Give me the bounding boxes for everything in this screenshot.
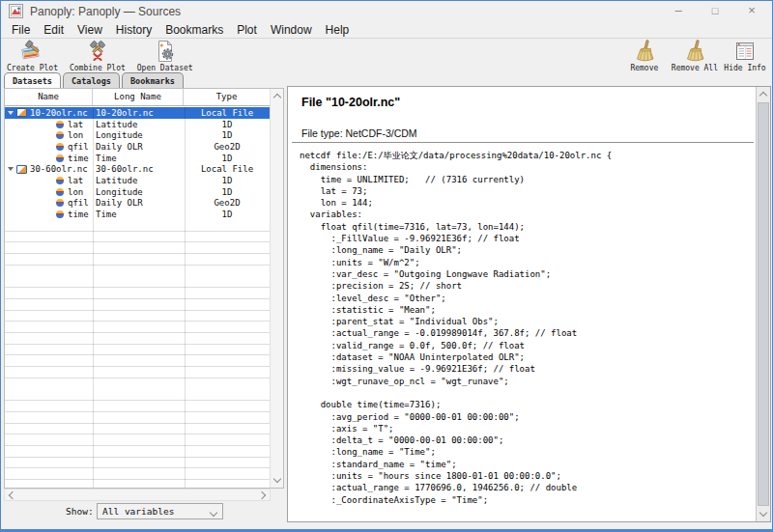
row-type: Geo2D <box>185 142 270 152</box>
hide-info-button[interactable]: Hide Info <box>722 40 768 72</box>
tab-datasets[interactable]: Datasets <box>4 72 61 89</box>
row-name-cell: time <box>5 210 93 219</box>
row-long-name: 10-20olr.nc <box>93 108 185 118</box>
scroll-down-icon[interactable] <box>271 472 283 486</box>
menu-window[interactable]: Window <box>264 23 319 37</box>
expand-triangle-icon[interactable] <box>8 167 14 171</box>
scroll-left-icon[interactable] <box>7 490 18 500</box>
row-name-cell: 10-20olr.nc <box>5 108 93 118</box>
row-name: 30-60olr.nc <box>30 164 88 174</box>
dataset-table-panel: Name Long Name Type 10-20olr.nc10-20olr.… <box>4 88 284 489</box>
window-controls: – □ × <box>660 1 770 22</box>
menu-edit[interactable]: Edit <box>37 23 71 37</box>
row-name: qfil <box>68 142 89 152</box>
toolbar-label: Create Plot <box>7 64 58 72</box>
variable-icon <box>56 131 64 139</box>
scroll-up-icon[interactable] <box>271 91 283 104</box>
toolbar-label: Hide Info <box>724 64 765 72</box>
minimize-button[interactable]: – <box>660 1 697 22</box>
row-name-cell: time <box>5 154 93 163</box>
menu-view[interactable]: View <box>71 23 109 37</box>
show-variables-dropdown[interactable]: All variables <box>97 503 223 519</box>
scrollbar-thumb[interactable] <box>758 102 769 506</box>
create-plot-button[interactable]: Create Plot <box>7 40 58 72</box>
variable-icon <box>56 188 64 196</box>
table-row[interactable]: 30-60olr.nc30-60olr.ncLocal File <box>5 163 270 175</box>
menu-bookmarks[interactable]: Bookmarks <box>158 23 230 37</box>
toolbar-label: Remove <box>630 64 658 72</box>
row-type: 1D <box>185 154 270 163</box>
table-row[interactable]: 10-20olr.nc10-20olr.ncLocal File <box>5 107 270 119</box>
table-row[interactable]: latLatitude1D <box>5 119 270 130</box>
variable-icon <box>56 143 64 151</box>
combine-plot-icon <box>86 40 109 63</box>
menu-plot[interactable]: Plot <box>230 23 264 37</box>
table-row[interactable]: latLatitude1D <box>5 175 270 186</box>
remove-all-icon <box>683 40 706 63</box>
dataset-file-icon <box>16 165 27 174</box>
row-type: 1D <box>185 130 270 140</box>
table-row[interactable]: timeTime1D <box>5 209 270 220</box>
open-dataset-icon <box>154 40 177 63</box>
table-row[interactable]: qfilDaily OLRGeo2D <box>5 198 270 210</box>
column-header-type[interactable]: Type <box>184 89 270 105</box>
row-long-name: Latitude <box>93 120 185 129</box>
open-dataset-button[interactable]: Open Dataset <box>137 40 193 72</box>
row-name-cell: qfil <box>5 142 93 152</box>
table-row[interactable]: qfilDaily OLRGeo2D <box>5 141 270 153</box>
variable-icon <box>56 154 64 162</box>
remove-all-button[interactable]: Remove All <box>672 40 718 72</box>
hide-info-icon <box>733 40 757 63</box>
row-long-name: 30-60olr.nc <box>93 164 185 174</box>
column-header-long-name[interactable]: Long Name <box>93 89 184 105</box>
panoply-window: Panoply: Panoply — Sources – □ × File Ed… <box>0 0 773 532</box>
row-long-name: Time <box>93 154 185 163</box>
show-filter-row: Show: All variables <box>4 502 284 521</box>
remove-icon <box>633 40 656 63</box>
row-type: Local File <box>185 164 270 174</box>
scroll-up-icon[interactable] <box>757 89 770 102</box>
row-name: time <box>68 154 89 163</box>
row-name-cell: lon <box>5 130 93 140</box>
table-vertical-scrollbar[interactable] <box>270 89 283 488</box>
table-horizontal-scrollbar[interactable] <box>4 489 271 501</box>
remove-button[interactable]: Remove <box>621 40 668 72</box>
titlebar[interactable]: Panoply: Panoply — Sources – □ × <box>1 1 772 22</box>
scroll-down-icon[interactable] <box>757 506 770 519</box>
combine-plot-button[interactable]: Combine Plot <box>70 40 126 72</box>
table-row[interactable]: lonLongitude1D <box>5 186 270 198</box>
scroll-right-icon[interactable] <box>256 490 268 500</box>
variable-icon <box>56 210 64 218</box>
row-type: 1D <box>185 120 270 129</box>
tab-catalogs[interactable]: Catalogs <box>63 72 120 89</box>
variable-icon <box>56 199 64 207</box>
show-variables-value: All variables <box>102 506 174 517</box>
maximize-button[interactable]: □ <box>697 1 733 22</box>
chevron-down-icon <box>210 509 217 517</box>
row-name: lon <box>68 130 83 140</box>
row-name-cell: lat <box>5 176 93 185</box>
menu-history[interactable]: History <box>109 23 158 37</box>
row-long-name: Longitude <box>93 130 185 140</box>
column-header-name[interactable]: Name <box>5 89 93 105</box>
row-name: time <box>68 210 89 219</box>
table-header: Name Long Name Type <box>5 89 270 106</box>
row-long-name: Daily OLR <box>93 198 185 208</box>
expand-triangle-icon[interactable] <box>8 111 14 115</box>
menu-bar: File Edit View History Bookmarks Plot Wi… <box>1 22 772 39</box>
window-title: Panoply: Panoply — Sources <box>30 5 181 18</box>
row-name-cell: 30-60olr.nc <box>5 164 93 174</box>
table-row[interactable]: timeTime1D <box>5 153 270 164</box>
file-title: File "10-20olr.nc" <box>301 96 756 109</box>
close-button[interactable]: × <box>733 1 770 22</box>
row-name-cell: qfil <box>5 198 93 208</box>
row-name: 10-20olr.nc <box>30 108 88 118</box>
tab-bookmarks[interactable]: Bookmarks <box>122 72 184 89</box>
menu-file[interactable]: File <box>5 23 37 37</box>
toolbar-label: Remove All <box>672 64 718 72</box>
menu-help[interactable]: Help <box>319 23 357 37</box>
scrollbar-corner <box>271 489 284 501</box>
toolbar-label: Open Dataset <box>137 64 193 72</box>
info-vertical-scrollbar[interactable] <box>756 87 770 521</box>
table-row[interactable]: lonLongitude1D <box>5 129 270 141</box>
